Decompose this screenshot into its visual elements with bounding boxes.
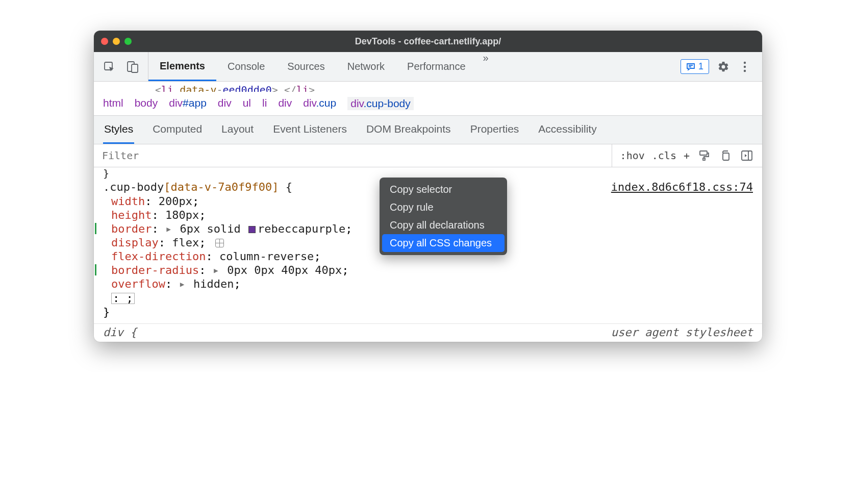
styles-subtabs: Styles Computed Layout Event Listeners D… bbox=[94, 116, 762, 144]
tab-performance[interactable]: Performance bbox=[396, 52, 477, 81]
subtab-properties[interactable]: Properties bbox=[469, 116, 520, 144]
ua-selector: div { bbox=[103, 326, 137, 339]
svg-point-5 bbox=[744, 69, 746, 71]
css-declaration[interactable]: overflow: ▸ hidden; bbox=[111, 277, 755, 291]
titlebar: DevTools - coffee-cart.netlify.app/ bbox=[94, 31, 762, 52]
ctx-copy-selector[interactable]: Copy selector bbox=[380, 181, 507, 198]
subtab-computed[interactable]: Computed bbox=[152, 116, 203, 144]
panel-toggle-icon[interactable] bbox=[740, 148, 754, 163]
svg-point-4 bbox=[744, 65, 746, 67]
styles-pane: } .cup-body[data-v-7a0f9f00] { index.8d6… bbox=[94, 167, 762, 342]
minimize-window-icon[interactable] bbox=[113, 38, 120, 45]
breadcrumb-item[interactable]: div.cup bbox=[303, 97, 336, 110]
source-link[interactable]: index.8d6c6f18.css:74 bbox=[611, 181, 753, 193]
toolbar-right: 1 bbox=[675, 52, 762, 81]
breadcrumb-item[interactable]: body bbox=[135, 97, 158, 110]
subtab-event-listeners[interactable]: Event Listeners bbox=[272, 116, 348, 144]
user-agent-rule: div { user agent stylesheet bbox=[94, 323, 762, 342]
issues-count: 1 bbox=[698, 61, 703, 72]
svg-rect-7 bbox=[703, 158, 705, 160]
context-menu: Copy selector Copy rule Copy all declara… bbox=[380, 178, 507, 255]
device-toolbar-icon[interactable] bbox=[125, 60, 140, 74]
breadcrumb: htmlbodydiv#appdivullidivdiv.cupdiv.cup-… bbox=[94, 92, 762, 116]
tab-elements[interactable]: Elements bbox=[148, 52, 216, 81]
inspect-tools bbox=[94, 52, 148, 81]
breadcrumb-item[interactable]: div.cup-body bbox=[347, 97, 414, 110]
flex-badge-icon[interactable] bbox=[215, 239, 224, 247]
new-declaration-input[interactable]: : ; bbox=[111, 293, 135, 304]
breadcrumb-item[interactable]: div bbox=[218, 97, 232, 110]
breadcrumb-item[interactable]: div#app bbox=[169, 97, 207, 110]
svg-point-3 bbox=[744, 61, 746, 63]
zoom-window-icon[interactable] bbox=[124, 38, 132, 45]
new-rule-button[interactable]: + bbox=[684, 149, 690, 162]
devtools-window: DevTools - coffee-cart.netlify.app/ Elem… bbox=[94, 31, 762, 342]
ctx-copy-all-declarations[interactable]: Copy all declarations bbox=[380, 216, 507, 234]
breadcrumb-item[interactable]: div bbox=[278, 97, 292, 110]
main-tabs: Elements Console Sources Network Perform… bbox=[148, 52, 675, 81]
breadcrumb-item[interactable]: html bbox=[103, 97, 123, 110]
breadcrumb-item[interactable]: ul bbox=[243, 97, 251, 110]
styles-filter-bar: :hov .cls + bbox=[94, 144, 762, 167]
svg-rect-2 bbox=[132, 64, 138, 72]
subtab-layout[interactable]: Layout bbox=[220, 116, 255, 144]
select-element-icon[interactable] bbox=[102, 60, 116, 74]
subtab-accessibility[interactable]: Accessibility bbox=[537, 116, 597, 144]
svg-rect-6 bbox=[700, 151, 707, 155]
window-title: DevTools - coffee-cart.netlify.app/ bbox=[94, 36, 762, 47]
ctx-copy-rule[interactable]: Copy rule bbox=[380, 198, 507, 216]
css-declaration[interactable]: border-radius: ▸ 0px 0px 40px 40px; bbox=[111, 263, 755, 277]
rule-close-brace: } bbox=[94, 306, 762, 318]
close-window-icon[interactable] bbox=[101, 38, 108, 45]
copy-icon[interactable] bbox=[718, 148, 733, 163]
window-controls bbox=[101, 38, 132, 45]
ua-note: user agent stylesheet bbox=[611, 326, 753, 339]
color-swatch-icon[interactable] bbox=[248, 226, 256, 233]
tab-console[interactable]: Console bbox=[216, 52, 276, 81]
css-selector[interactable]: .cup-body[data-v-7a0f9f00] { bbox=[103, 181, 292, 193]
cls-toggle[interactable]: .cls bbox=[652, 149, 676, 162]
tab-sources[interactable]: Sources bbox=[276, 52, 336, 81]
dom-tree-snippet[interactable]: <li data-v-eed0dde0>…</li> bbox=[94, 82, 762, 92]
main-toolbar: Elements Console Sources Network Perform… bbox=[94, 52, 762, 82]
tabs-overflow-icon[interactable]: » bbox=[477, 52, 495, 81]
subtab-dom-breakpoints[interactable]: DOM Breakpoints bbox=[365, 116, 452, 144]
filter-input[interactable] bbox=[94, 144, 612, 167]
breadcrumb-item[interactable]: li bbox=[262, 97, 267, 110]
paint-icon[interactable] bbox=[697, 148, 711, 163]
ctx-copy-all-css-changes[interactable]: Copy all CSS changes bbox=[382, 234, 505, 252]
tab-network[interactable]: Network bbox=[336, 52, 396, 81]
settings-icon[interactable] bbox=[716, 60, 731, 74]
issues-button[interactable]: 1 bbox=[681, 59, 709, 74]
filter-actions: :hov .cls + bbox=[612, 148, 762, 163]
svg-rect-8 bbox=[723, 153, 729, 160]
kebab-menu-icon[interactable] bbox=[738, 60, 752, 74]
hov-toggle[interactable]: :hov bbox=[620, 149, 645, 162]
subtab-styles[interactable]: Styles bbox=[103, 116, 134, 144]
chat-icon bbox=[686, 62, 695, 71]
